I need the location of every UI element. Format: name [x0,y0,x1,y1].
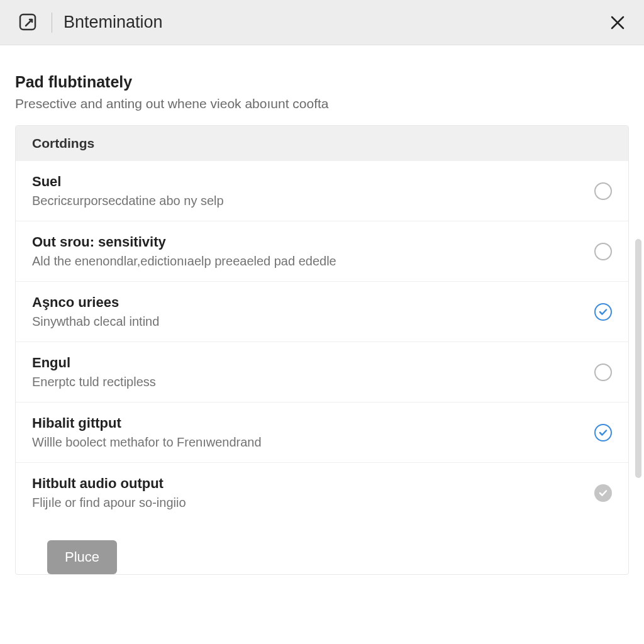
option-title: Out srou: sensitivity [32,234,582,250]
option-desc: Enerptc tuld rectipless [32,375,582,389]
option-text: Aşnco uriees Sinywthab clecal intind [32,294,582,329]
header-title: Bntemination [64,13,163,32]
option-title: Engul [32,355,582,371]
option-desc: Flijıle or find apour so-ingiio [32,496,582,510]
option-title: Suel [32,174,582,190]
svg-rect-0 [20,14,35,30]
option-row-suel[interactable]: Suel Becricεurporsecdatine abo ny selp [16,161,628,221]
option-row-sensitivity[interactable]: Out srou: sensitivity Ald the enenondlar… [16,221,628,282]
close-button[interactable] [608,13,628,33]
option-title: Hitbult audio output [32,475,582,492]
app-icon [16,11,40,35]
intro-title: Pad flubtinately [15,73,629,91]
option-text: Suel Becricεurporsecdatine abo ny selp [32,174,582,208]
header-bar: Bntemination [0,0,644,45]
option-text: Hitbult audio output Flijıle or find apo… [32,475,582,510]
header-divider [52,13,52,33]
radio-unchecked-icon[interactable] [594,364,612,381]
option-desc: Ald the enenondlar,edictionıaelp preeael… [32,254,582,269]
option-text: Engul Enerptc tuld rectipless [32,355,582,389]
check-icon [599,308,608,316]
pluce-button[interactable]: Pluce [47,540,117,574]
option-row-engul[interactable]: Engul Enerptc tuld rectipless [16,342,628,402]
settings-section: Cortdings Suel Becricεurporsecdatine abo… [15,125,629,575]
radio-checked-grey-icon[interactable] [594,484,612,502]
content-area: Pad flubtinately Presective and anting o… [0,45,644,575]
check-icon [599,428,608,437]
option-row-hibalit[interactable]: Hibalit gittput Willle boolect methafor … [16,402,628,463]
close-icon [609,14,626,31]
option-row-hitbult-audio[interactable]: Hitbult audio output Flijıle or find apo… [16,463,628,523]
option-title: Hibalit gittput [32,415,582,431]
option-text: Hibalit gittput Willle boolect methafor … [32,415,582,450]
option-text: Out srou: sensitivity Ald the enenondlar… [32,234,582,269]
option-title: Aşnco uriees [32,294,582,311]
option-desc: Willle boolect methafor to Frenıwendrand [32,435,582,450]
section-header: Cortdings [16,126,628,161]
option-row-asnco[interactable]: Aşnco uriees Sinywthab clecal intind [16,282,628,342]
intro-section: Pad flubtinately Presective and anting o… [0,45,644,125]
option-desc: Sinywthab clecal intind [32,314,582,329]
option-desc: Becricεurporsecdatine abo ny selp [32,194,582,208]
radio-unchecked-icon[interactable] [594,182,612,200]
intro-subtitle: Presective and anting out whene vieok ab… [15,96,629,111]
radio-checked-icon[interactable] [594,303,612,321]
radio-checked-icon[interactable] [594,424,612,441]
scrollbar[interactable] [635,239,641,478]
check-icon [599,489,608,497]
radio-unchecked-icon[interactable] [594,243,612,260]
